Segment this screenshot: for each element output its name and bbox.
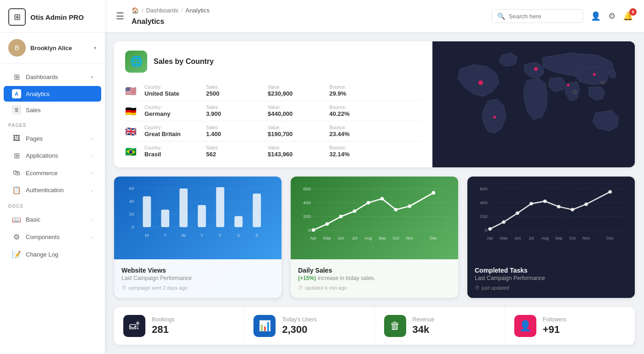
sidebar-item-applications[interactable]: ⊞ Applications ›	[4, 147, 101, 164]
notifications-icon[interactable]: 🔔 9	[623, 11, 633, 21]
svg-rect-21	[198, 205, 206, 227]
sidebar-item-analytics[interactable]: A Analytics	[4, 86, 101, 102]
stat-icon: 🛋	[123, 315, 145, 337]
breadcrumb-row: 🏠 / Dashboards / Analytics	[132, 7, 209, 14]
sidebar-item-applications-label: Applications	[26, 152, 58, 159]
sidebar-item-basic[interactable]: 📖 Basic ›	[4, 211, 101, 228]
svg-point-66	[488, 227, 492, 231]
sidebar-item-pages-label: Pages	[26, 135, 43, 142]
svg-point-46	[394, 208, 398, 211]
sales-by-country-card: 🌐 Sales by Country 🇺🇸 Country: United St…	[114, 41, 635, 167]
header-icons: 👤 ⚙ 🔔 9	[591, 11, 633, 21]
settings-icon[interactable]: ⚙	[608, 11, 615, 21]
search-box[interactable]: 🔍	[491, 9, 583, 23]
svg-text:S: S	[255, 233, 259, 238]
authentication-icon: 📋	[12, 186, 21, 194]
breadcrumb-analytics: Analytics	[185, 7, 209, 14]
search-input[interactable]	[509, 13, 577, 20]
user-profile-icon[interactable]: 👤	[591, 11, 601, 21]
svg-text:Jul: Jul	[352, 236, 357, 240]
website-views-card: 60 40 20 0	[114, 177, 282, 298]
sidebar-item-sales[interactable]: S Sales	[4, 102, 101, 118]
country-col: Country: Germany	[144, 105, 200, 117]
stat-text: Followers +91	[543, 316, 566, 336]
stat-value: +91	[543, 324, 566, 336]
user-name: Brooklyn Alice	[30, 45, 89, 51]
svg-text:0: 0	[308, 228, 311, 233]
stat-value: 2,300	[282, 324, 316, 336]
table-row: 🇧🇷 Country: Brasil Sales: 562 Value: $14…	[125, 142, 421, 161]
world-map	[432, 41, 635, 166]
website-views-time: ⏱ campaign sent 2 days ago	[121, 285, 274, 291]
authentication-chevron-icon: ›	[91, 188, 93, 193]
svg-text:20: 20	[129, 212, 134, 217]
search-icon: 🔍	[497, 12, 505, 20]
sales-col: Sales: 562	[206, 145, 261, 158]
svg-point-45	[380, 197, 384, 201]
daily-sales-footer: Daily Sales (+15%) increase in today sal…	[291, 259, 458, 298]
components-chevron-icon: ›	[91, 234, 93, 240]
daily-sales-subtitle-rest: increase in today sales.	[317, 275, 375, 281]
svg-text:600: 600	[303, 186, 311, 191]
svg-text:M: M	[145, 233, 149, 238]
sidebar-user[interactable]: B Brooklyn Alice ▾	[0, 33, 105, 63]
stat-label: Revenue	[413, 316, 435, 323]
pages-section-label: PAGES	[0, 118, 105, 130]
daily-sales-chart-area: 600 400 200 0	[291, 177, 458, 259]
daily-sales-svg: 600 400 200 0	[298, 184, 451, 248]
flag-icon: 🇺🇸	[125, 86, 138, 97]
sidebar-item-ecommerce-label: Ecommerce	[26, 170, 58, 177]
sidebar-item-authentication[interactable]: 📋 Authentication ›	[4, 182, 101, 199]
svg-text:F: F	[219, 233, 222, 238]
bounce-col: Bounce: 29.9%	[329, 85, 385, 97]
svg-rect-19	[161, 210, 169, 227]
menu-toggle-icon[interactable]: ☰	[116, 11, 124, 22]
sidebar-item-dashboards[interactable]: ⊞ Dashboards ▾	[4, 69, 101, 86]
website-views-title: Website Views	[121, 267, 274, 274]
sidebar-nav: ⊞ Dashboards ▾ A Analytics S Sales PAGES…	[0, 63, 105, 354]
sales-col: Sales: 1.400	[206, 125, 261, 137]
clock-icon3: ⏱	[475, 285, 480, 291]
stat-value: 281	[152, 324, 174, 336]
svg-point-3	[478, 80, 483, 85]
value-col: Value: $190,700	[268, 125, 323, 137]
sidebar-item-pages[interactable]: 🖼 Pages ›	[4, 130, 101, 147]
table-row: 🇺🇸 Country: United State Sales: 2500 Val…	[125, 81, 421, 101]
completed-tasks-card: 600 400 200 0	[467, 177, 635, 298]
main-content: ☰ 🏠 / Dashboards / Analytics Analytics 🔍…	[105, 0, 644, 354]
sales-letter-icon: S	[12, 105, 21, 114]
value-col: Value: $143,960	[268, 145, 323, 158]
sidebar-item-ecommerce[interactable]: 🛍 Ecommerce ›	[4, 165, 101, 181]
sidebar-item-analytics-label: Analytics	[26, 91, 50, 97]
svg-text:May: May	[500, 236, 508, 240]
sidebar-item-basic-label: Basic	[26, 216, 40, 223]
ecommerce-chevron-icon: ›	[91, 170, 93, 176]
stat-item: 🗑 Revenue 34k	[375, 307, 505, 345]
sidebar-logo: ⊞ Otis Admin PRO	[0, 0, 105, 33]
svg-point-70	[543, 200, 547, 203]
stat-icon: 📊	[253, 315, 276, 337]
svg-rect-24	[253, 194, 261, 227]
svg-point-5	[567, 84, 569, 86]
applications-chevron-icon: ›	[91, 153, 93, 159]
svg-text:600: 600	[480, 186, 488, 191]
svg-text:B: B	[15, 44, 19, 51]
svg-point-42	[339, 215, 343, 218]
breadcrumb-home-icon: 🏠	[132, 7, 139, 14]
stat-icon: 🗑	[384, 315, 406, 337]
svg-rect-22	[216, 187, 224, 227]
svg-text:Jun: Jun	[514, 236, 521, 240]
sidebar-item-changelog[interactable]: 📝 Change Log	[4, 246, 101, 263]
flag-icon: 🇩🇪	[125, 106, 138, 117]
analytics-letter-icon: A	[12, 89, 21, 98]
daily-sales-title: Daily Sales	[298, 267, 451, 274]
sidebar-item-components[interactable]: ⚙ Components ›	[4, 228, 101, 246]
stats-row: 🛋 Bookings 281 📊 Today's Users 2,300 🗑 R…	[114, 307, 635, 345]
svg-point-43	[353, 210, 356, 213]
breadcrumb-dashboards[interactable]: Dashboards	[146, 7, 178, 14]
sales-card-left: 🌐 Sales by Country 🇺🇸 Country: United St…	[114, 41, 432, 167]
sales-by-country-title: Sales by Country	[154, 57, 214, 66]
svg-text:Nov: Nov	[406, 236, 413, 240]
logo-icon: ⊞	[8, 8, 26, 26]
svg-text:Oct: Oct	[393, 236, 399, 240]
